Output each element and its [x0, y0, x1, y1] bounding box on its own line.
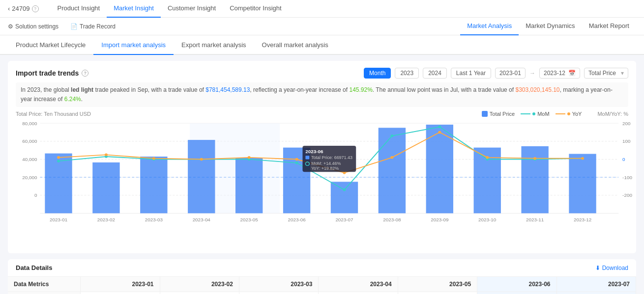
low-value: $303,020,145.10 [515, 86, 559, 93]
tab-market-insight[interactable]: Market Insight [107, 0, 161, 18]
chart-area: 80,000 60,000 40,000 20,000 0 200 100 0 … [16, 119, 628, 246]
cell-metric-amount: Amount(USD) [8, 292, 81, 294]
legend-yoy-line-icon [556, 113, 565, 114]
date-to-input[interactable]: 2023-12 📅 [539, 68, 580, 79]
svg-text:200: 200 [622, 121, 630, 127]
chart-controls: Month 2023 2024 Last 1 Year 2023-01 → 20… [364, 68, 628, 79]
yoy-dot-09 [438, 131, 441, 134]
second-nav-tabs: Market Analysis Market Dynamics Market R… [460, 18, 636, 35]
yoy-dot-08 [390, 156, 393, 159]
metric-select-value: Total Price [588, 70, 616, 77]
tooltip-price-label: Total Price: 66971.43 [311, 156, 352, 160]
last-year-btn[interactable]: Last 1 Year [451, 68, 491, 79]
tab-market-analysis[interactable]: Market Analysis [460, 18, 519, 35]
cell-2304-amount: 705,314,540.57 [319, 292, 398, 294]
legend-yoy: YoY [556, 111, 582, 117]
col-header-2305: 2023-05 [398, 277, 477, 292]
yoy-dot-05 [248, 156, 251, 159]
tab-overall-market-analysis[interactable]: Overall market analysis [254, 35, 336, 55]
yoy-dot-12 [581, 157, 584, 160]
data-table-card: Data Details ⬇ Download Data Metrics 202… [8, 259, 636, 294]
chart-card: Import trade trends ? Month 2023 2024 La… [8, 61, 636, 253]
metric-select[interactable]: Total Price ▾ [584, 68, 628, 79]
yoy-dot-06 [295, 158, 298, 161]
chevron-down-icon: ▾ [621, 70, 624, 77]
col-header-2303: 2023-03 [239, 277, 318, 292]
bar-11 [521, 146, 548, 214]
legend-yoy-label: YoY [572, 111, 582, 117]
yoy-dot-01 [57, 156, 60, 159]
top-navigation: ‹ 24709 ? Product Insight Market Insight… [0, 0, 644, 18]
svg-text:40,000: 40,000 [22, 157, 37, 162]
cell-2306-amount: 669,714,844.71 [477, 292, 556, 294]
legend-yoy-dot-icon [567, 112, 570, 115]
cell-2302-amount: 440,833,449.84 [160, 292, 239, 294]
tooltip-month: 2023-06 [305, 149, 323, 154]
tab-customer-insight[interactable]: Customer Insight [161, 0, 223, 18]
svg-text:60,000: 60,000 [22, 139, 37, 144]
cell-2307-amount: 303,020,145.10 [556, 292, 636, 294]
x-label-11: 2023-11 [526, 217, 544, 223]
x-label-07: 2023-07 [335, 217, 353, 223]
data-table-header: Data Details ⬇ Download [8, 259, 636, 277]
col-header-2306: 2023-06 [477, 277, 556, 292]
bar-08 [379, 128, 406, 214]
trade-record-action[interactable]: 📄 Trade Record [70, 23, 116, 30]
tab-market-dynamics[interactable]: Market Dynamics [519, 18, 582, 35]
mom-dot-06 [295, 161, 298, 164]
yoy-dot-03 [152, 157, 155, 160]
calendar-icon: 📅 [568, 70, 576, 77]
top-nav-tabs: Product Insight Market Insight Customer … [51, 0, 289, 18]
second-navigation: ⚙ Solution settings 📄 Trade Record Marke… [0, 18, 644, 35]
tab-product-market-lifecycle[interactable]: Product Market Lifecycle [8, 35, 93, 55]
legend-mom-line-icon [521, 113, 530, 114]
cell-2303-amount: 593,084,505.84 [239, 292, 318, 294]
back-chevron-icon: ‹ [8, 5, 10, 12]
svg-text:0: 0 [622, 157, 625, 162]
table-header-row: Data Metrics 2023-01 2023-02 2023-03 202… [8, 277, 636, 292]
year-2024-btn[interactable]: 2024 [423, 68, 447, 79]
legend-total-price: Total Price [482, 111, 515, 117]
cell-2305-amount: 585,113,607.93 [398, 292, 477, 294]
tab-market-report[interactable]: Market Report [582, 18, 636, 35]
legend-mom: MoM [521, 111, 549, 117]
x-label-12: 2023-12 [574, 217, 591, 223]
yoy-dot-02 [105, 154, 108, 157]
col-header-2301: 2023-01 [81, 277, 160, 292]
solution-settings-action[interactable]: ⚙ Solution settings [8, 23, 59, 30]
back-id: 24709 [12, 5, 29, 12]
solution-settings-label: Solution settings [15, 23, 59, 30]
x-label-09: 2023-09 [431, 217, 448, 223]
download-icon: ⬇ [595, 265, 600, 271]
tab-product-insight[interactable]: Product Insight [51, 0, 107, 18]
bar-12 [569, 154, 596, 214]
back-button[interactable]: ‹ 24709 ? [8, 5, 39, 12]
y-axis-label: Total Price: Ten Thousand USD [16, 111, 91, 117]
mom-dot-07 [343, 188, 346, 191]
legend-total-price-label: Total Price [490, 111, 515, 117]
info-icon-top[interactable]: ? [32, 5, 39, 12]
period-month-btn[interactable]: Month [364, 68, 391, 79]
date-range-arrow: → [529, 70, 535, 77]
x-label-01: 2023-01 [50, 217, 67, 223]
tooltip-yoy-label: YoY: +19.82% [311, 166, 339, 171]
yoy-dot-10 [486, 156, 489, 159]
chart-title-area: Import trade trends ? [16, 69, 88, 77]
y-axis-right-label: MoM/YoY: % [597, 111, 628, 117]
year-2023-btn[interactable]: 2023 [395, 68, 419, 79]
chart-info-icon[interactable]: ? [82, 70, 88, 77]
main-content: Import trade trends ? Month 2023 2024 La… [0, 55, 644, 294]
svg-text:100: 100 [622, 139, 630, 144]
tab-export-market-analysis[interactable]: Export market analysis [174, 35, 254, 55]
tab-import-market-analysis[interactable]: Import market analysis [93, 35, 174, 55]
date-from-input[interactable]: 2023-01 [495, 68, 526, 79]
col-header-metrics: Data Metrics [8, 277, 81, 292]
x-label-03: 2023-03 [145, 217, 163, 223]
chart-svg: 80,000 60,000 40,000 20,000 0 200 100 0 … [16, 119, 628, 227]
tooltip-bar-icon [305, 156, 309, 160]
third-navigation: Product Market Lifecycle Import market a… [0, 35, 644, 55]
col-header-2304: 2023-04 [319, 277, 398, 292]
download-button[interactable]: ⬇ Download [595, 265, 628, 271]
x-label-04: 2023-04 [193, 217, 211, 223]
tab-competitor-insight[interactable]: Competitor Insight [223, 0, 289, 18]
